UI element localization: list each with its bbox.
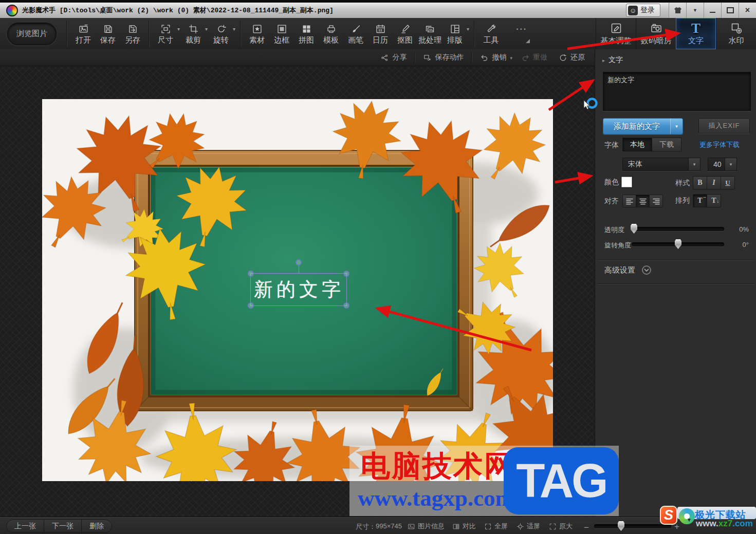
panel-divider bbox=[597, 259, 754, 260]
layout-menu-caret[interactable]: ▾ bbox=[467, 26, 469, 32]
save-action-icon bbox=[423, 53, 432, 62]
align-buttons bbox=[622, 195, 663, 207]
align-label: 对齐 bbox=[604, 197, 619, 206]
material-button[interactable]: 素材 bbox=[245, 24, 269, 44]
compare-button[interactable]: 对比 bbox=[452, 522, 476, 531]
titlebar[interactable]: 光影魔术手 [D:\tools\桌面\work (2) \work (0) 素材… bbox=[0, 3, 756, 18]
undo-icon bbox=[480, 53, 489, 62]
font-size-select[interactable]: 40 ▾ bbox=[708, 158, 737, 171]
more-tools-button[interactable]: ··· bbox=[510, 25, 533, 43]
rotate-button[interactable]: 旋转 bbox=[209, 24, 233, 44]
restore-icon bbox=[559, 53, 567, 62]
browse-images-button[interactable]: 浏览图片 bbox=[7, 23, 57, 45]
text-color-swatch[interactable] bbox=[621, 177, 632, 187]
zoom-slider-handle[interactable] bbox=[618, 521, 624, 531]
original-size-button[interactable]: 原大 bbox=[549, 522, 573, 531]
align-center-button[interactable] bbox=[636, 195, 649, 207]
add-new-text-button[interactable]: 添加新的文字 ▾ bbox=[603, 118, 683, 135]
open-button[interactable]: 打开 bbox=[71, 24, 96, 44]
tab-download-fonts[interactable]: 下载 bbox=[652, 138, 681, 151]
next-image-button[interactable]: 下一张 bbox=[44, 520, 82, 533]
close-button[interactable]: × bbox=[739, 3, 756, 18]
collage-button[interactable]: 拼图 bbox=[294, 24, 319, 44]
zoom-out-button[interactable]: − bbox=[584, 523, 589, 532]
rotation-slider-handle[interactable] bbox=[675, 239, 681, 249]
login-button[interactable]: ☺ 登录 bbox=[626, 4, 660, 17]
vertical-text-button[interactable]: T↓ bbox=[707, 195, 721, 207]
minimize-button[interactable] bbox=[704, 3, 721, 18]
save-as-button[interactable]: 另存 bbox=[120, 24, 145, 44]
layout-button[interactable]: 排版 bbox=[442, 24, 467, 44]
crop-icon bbox=[188, 24, 199, 34]
align-left-button[interactable] bbox=[623, 195, 636, 207]
font-family-caret-icon[interactable]: ▾ bbox=[688, 158, 700, 170]
maximize-button[interactable] bbox=[721, 3, 739, 18]
save-action-button[interactable]: 保存动作 bbox=[417, 51, 469, 64]
resize-button[interactable]: 尺寸 bbox=[153, 24, 178, 44]
crop-menu-caret[interactable]: ▾ bbox=[205, 26, 208, 32]
brush-button[interactable]: 画笔 bbox=[343, 24, 368, 44]
calendar-button[interactable]: 日历 bbox=[368, 24, 393, 44]
more-icon: ··· bbox=[516, 25, 527, 34]
resize-menu-caret[interactable]: ▾ bbox=[177, 26, 180, 32]
selection-handle[interactable] bbox=[343, 302, 349, 309]
cutout-button[interactable]: 抠图 bbox=[393, 24, 417, 44]
selection-handle[interactable] bbox=[248, 302, 254, 309]
opacity-slider-handle[interactable] bbox=[631, 224, 637, 234]
horizontal-text-button[interactable]: T→ bbox=[693, 195, 707, 207]
watermark-tab[interactable]: 水印 bbox=[716, 18, 756, 49]
align-right-button[interactable] bbox=[649, 195, 662, 207]
opacity-slider[interactable] bbox=[632, 227, 724, 231]
previous-image-button[interactable]: 上一张 bbox=[6, 520, 44, 533]
insert-exif-button[interactable]: 插入EXIF bbox=[698, 118, 750, 134]
border-button[interactable]: 边框 bbox=[269, 24, 294, 44]
batch-process-button[interactable]: 批处理 bbox=[417, 24, 442, 44]
layout-icon bbox=[450, 24, 460, 34]
original-size-icon bbox=[549, 523, 557, 530]
material-icon bbox=[252, 24, 263, 34]
redo-button[interactable]: 重做 bbox=[515, 51, 553, 64]
change-skin-button[interactable] bbox=[669, 3, 686, 18]
share-button[interactable]: 分享 bbox=[375, 51, 412, 64]
crop-button[interactable]: 裁剪 bbox=[181, 24, 206, 44]
basic-adjust-tab[interactable]: 基本调整 bbox=[596, 18, 636, 49]
window-controls: ☺ 登录 ▼ × bbox=[626, 3, 756, 18]
compare-icon bbox=[452, 523, 460, 530]
save-button[interactable]: 保存 bbox=[96, 24, 120, 44]
watermark-icon bbox=[730, 22, 743, 34]
text-selection-box[interactable] bbox=[250, 273, 347, 306]
selection-handle[interactable] bbox=[248, 271, 254, 277]
italic-button[interactable]: I bbox=[707, 177, 721, 189]
undo-menu-caret[interactable]: ▾ bbox=[510, 55, 512, 61]
xz7-url: www.xz7.com bbox=[696, 519, 753, 529]
digital-darkroom-tab[interactable]: 数码暗房 bbox=[636, 18, 676, 49]
image-info-button[interactable]: 图片信息 bbox=[408, 522, 445, 531]
text-content-input[interactable]: 新的文字 bbox=[603, 72, 751, 111]
rotate-menu-caret[interactable]: ▾ bbox=[233, 26, 235, 32]
style-buttons: B I U bbox=[693, 176, 735, 189]
fit-screen-button[interactable]: 适屏 bbox=[517, 522, 540, 531]
font-size-caret-icon[interactable]: ▾ bbox=[725, 158, 736, 170]
rotation-slider[interactable] bbox=[632, 242, 724, 246]
text-tab[interactable]: T 文字 bbox=[676, 18, 716, 49]
tray-menu-button[interactable]: ▼ bbox=[686, 3, 704, 18]
panel-divider bbox=[597, 283, 754, 284]
add-text-menu-caret[interactable]: ▾ bbox=[670, 119, 683, 134]
tools-button[interactable]: 工具 bbox=[478, 24, 503, 44]
bold-button[interactable]: B bbox=[693, 177, 707, 189]
delete-image-button[interactable]: 删除 bbox=[81, 520, 112, 533]
undo-button[interactable]: 撤销 bbox=[474, 51, 512, 64]
rotation-handle[interactable] bbox=[296, 259, 302, 265]
underline-button[interactable]: U bbox=[721, 177, 734, 189]
edited-image[interactable]: 新的文字 bbox=[42, 99, 553, 481]
panel-arrow-icon[interactable]: ▸ bbox=[602, 58, 605, 63]
horizontal-text-icon: T→ bbox=[697, 197, 702, 204]
tab-local-fonts[interactable]: 本地 bbox=[623, 138, 652, 151]
fullscreen-button[interactable]: 全屏 bbox=[484, 522, 508, 531]
font-family-select[interactable]: 宋体 ▾ bbox=[622, 158, 700, 171]
advanced-settings-toggle[interactable]: 高级设置 bbox=[604, 265, 652, 275]
more-fonts-link[interactable]: 更多字体下载 bbox=[699, 140, 740, 149]
selection-handle[interactable] bbox=[343, 271, 349, 277]
template-button[interactable]: 模板 bbox=[319, 24, 343, 44]
restore-button[interactable]: 还原 bbox=[553, 51, 591, 64]
